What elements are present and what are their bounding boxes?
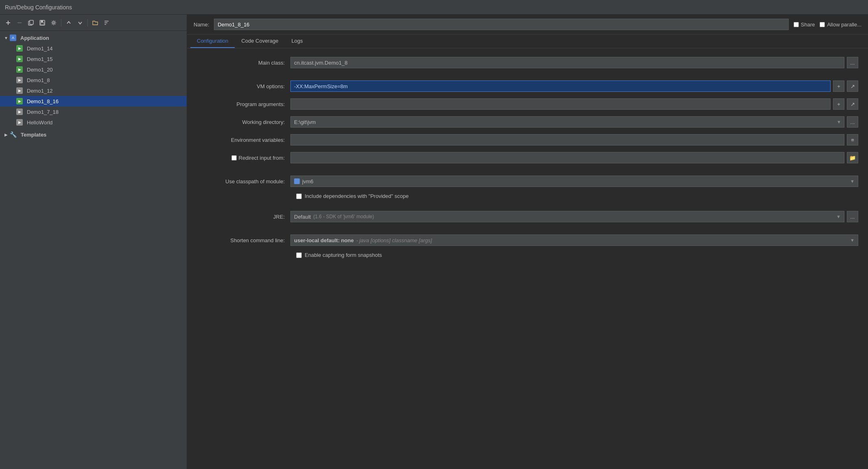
- capture-snapshots-row: Enable capturing form snapshots: [197, 252, 858, 258]
- classpath-label: Use classpath of module:: [197, 178, 290, 185]
- vm-options-add-button[interactable]: +: [833, 80, 844, 92]
- expand-spacer: [10, 56, 15, 62]
- classpath-row: Use classpath of module: jvm6 ▼: [197, 175, 858, 187]
- vm-options-label: VM options:: [197, 83, 290, 89]
- share-area: Share Allow paralle...: [794, 22, 861, 28]
- name-row: Name: Share Allow paralle...: [187, 15, 868, 35]
- separator-1: [61, 19, 61, 26]
- expand-icon[interactable]: ▼: [3, 35, 9, 41]
- config-tree: ▼ A Application ▶ Demo1_14 ▶ Demo1_15 ▶ …: [0, 31, 187, 469]
- working-dir-dropdown-wrapper: ▼: [290, 116, 844, 128]
- env-vars-field: ≡: [290, 134, 858, 145]
- sidebar-item-demo1-15[interactable]: ▶ Demo1_15: [0, 54, 187, 64]
- sidebar-item-helloworld[interactable]: ▶ HelloWorld: [0, 117, 187, 128]
- working-dir-browse-button[interactable]: ...: [847, 116, 858, 128]
- program-args-add-button[interactable]: +: [833, 98, 844, 110]
- env-vars-input[interactable]: [290, 134, 844, 145]
- separator-2: [87, 19, 88, 26]
- share-checkbox-label[interactable]: Share: [794, 22, 815, 28]
- run-icon-demo1-8-16: ▶: [16, 98, 23, 104]
- remove-button[interactable]: [15, 19, 24, 27]
- add-button[interactable]: [3, 19, 13, 27]
- templates-icon: 🔧: [10, 131, 17, 138]
- capture-snapshots-label[interactable]: Enable capturing form snapshots: [305, 252, 382, 258]
- sidebar-item-demo1-8-16[interactable]: ▶ Demo1_8_16: [0, 96, 187, 106]
- jre-browse-button[interactable]: ...: [847, 211, 858, 222]
- program-args-field: + ↗: [290, 98, 858, 110]
- vm-options-expand-button[interactable]: ↗: [847, 80, 858, 92]
- form-area: Main class: ... VM options: +: [187, 48, 868, 469]
- sidebar-item-demo1-7-18[interactable]: ▶ Demo1_7_18: [0, 106, 187, 117]
- working-dir-label: Working directory:: [197, 119, 290, 125]
- templates-expand-icon[interactable]: ▶: [3, 132, 9, 137]
- share-checkbox[interactable]: [794, 22, 799, 27]
- main-class-input[interactable]: [290, 57, 844, 68]
- redirect-row: Redirect input from: 📁: [197, 152, 858, 164]
- env-vars-edit-button[interactable]: ≡: [847, 134, 858, 145]
- allow-parallel-label: Allow paralle...: [827, 22, 861, 28]
- redirect-label: Redirect input from:: [197, 155, 290, 161]
- save-button[interactable]: [37, 19, 47, 27]
- sort-button[interactable]: [102, 19, 111, 27]
- expand-spacer: [10, 46, 15, 51]
- program-args-expand-button[interactable]: ↗: [847, 98, 858, 110]
- move-down-button[interactable]: [75, 19, 85, 27]
- jre-default-text: Default: [294, 214, 311, 220]
- title-bar: Run/Debug Configurations: [0, 0, 868, 15]
- share-label: Share: [801, 22, 815, 28]
- redirect-input[interactable]: [290, 152, 844, 163]
- tab-code-coverage[interactable]: Code Coverage: [235, 35, 285, 48]
- capture-snapshots-checkbox[interactable]: [296, 252, 302, 258]
- classpath-module-name: jvm6: [302, 178, 850, 185]
- sidebar-item-application[interactable]: ▼ A Application: [0, 33, 187, 43]
- expand-spacer: [10, 67, 15, 72]
- move-up-button[interactable]: [64, 19, 74, 27]
- settings-button[interactable]: [49, 19, 59, 27]
- include-deps-checkbox[interactable]: [296, 193, 302, 199]
- svg-rect-6: [41, 20, 43, 22]
- program-args-input[interactable]: [290, 98, 831, 110]
- run-icon-demo1-7-18: ▶: [16, 109, 23, 115]
- folder-button[interactable]: [90, 19, 100, 27]
- sidebar-item-demo1-20[interactable]: ▶ Demo1_20: [0, 64, 187, 75]
- main-class-label: Main class:: [197, 60, 290, 66]
- tree-label-demo1-12: Demo1_12: [27, 88, 53, 94]
- allow-parallel-checkbox-label[interactable]: Allow paralle...: [820, 22, 861, 28]
- allow-parallel-checkbox[interactable]: [820, 22, 825, 27]
- tab-logs[interactable]: Logs: [285, 35, 309, 48]
- redirect-checkbox[interactable]: [231, 155, 237, 161]
- sidebar-item-demo1-12[interactable]: ▶ Demo1_12: [0, 85, 187, 96]
- shorten-extra: - java [options] classname [args]: [356, 237, 850, 243]
- sidebar-toolbar: [0, 15, 187, 31]
- working-dir-input[interactable]: [290, 116, 844, 128]
- name-label: Name:: [194, 22, 209, 28]
- vm-options-input[interactable]: [290, 80, 831, 92]
- shorten-label: Shorten command line:: [197, 237, 290, 243]
- include-deps-label[interactable]: Include dependencies with "Provided" sco…: [305, 193, 409, 199]
- tab-configuration[interactable]: Configuration: [190, 35, 235, 48]
- templates-label: Templates: [21, 132, 46, 138]
- run-icon-demo1-8: ▶: [16, 77, 23, 83]
- name-input[interactable]: [214, 19, 788, 30]
- right-panel: Name: Share Allow paralle... Configurati…: [187, 15, 868, 469]
- sidebar-item-demo1-14[interactable]: ▶ Demo1_14: [0, 43, 187, 54]
- expand-spacer: [10, 98, 15, 104]
- sidebar-item-templates[interactable]: ▶ 🔧 Templates: [0, 129, 187, 140]
- application-label: Application: [20, 35, 49, 41]
- main-class-browse-button[interactable]: ...: [847, 57, 858, 68]
- redirect-browse-button[interactable]: 📁: [847, 152, 858, 163]
- copy-button[interactable]: [26, 19, 36, 27]
- vm-options-row: VM options: + ↗: [197, 80, 858, 92]
- sidebar-item-demo1-8[interactable]: ▶ Demo1_8: [0, 75, 187, 85]
- tree-label-demo1-8: Demo1_8: [27, 77, 50, 83]
- run-icon-helloworld: ▶: [16, 119, 23, 126]
- tree-label-demo1-14: Demo1_14: [27, 46, 53, 52]
- env-vars-label: Environment variables:: [197, 137, 290, 143]
- svg-rect-7: [41, 23, 44, 25]
- sidebar: ▼ A Application ▶ Demo1_14 ▶ Demo1_15 ▶ …: [0, 15, 187, 469]
- application-icon: A: [10, 35, 16, 41]
- jre-arrow: ▼: [836, 214, 841, 219]
- program-args-label: Program arguments:: [197, 101, 290, 107]
- working-dir-field: ▼ ...: [290, 116, 858, 128]
- expand-spacer: [10, 77, 15, 83]
